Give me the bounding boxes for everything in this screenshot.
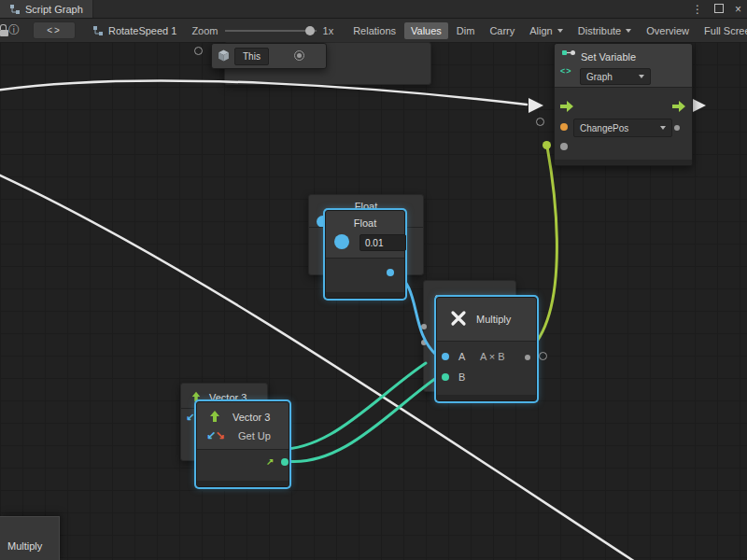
divider <box>197 449 289 450</box>
graph-name-label: RotateSpeed 1 <box>108 25 176 36</box>
graph-canvas[interactable]: This <> Set Variable Graph <box>0 42 747 560</box>
overview-label: Overview <box>646 25 689 36</box>
distribute-button[interactable]: Distribute <box>571 22 638 39</box>
cube-icon <box>218 49 230 62</box>
overview-button[interactable]: Overview <box>640 22 696 39</box>
float-node[interactable]: Float 0.01 <box>325 210 405 299</box>
this-node[interactable]: This <box>211 43 327 69</box>
dim-button[interactable]: Dim <box>450 22 482 39</box>
scope-dropdown[interactable]: Graph <box>580 68 651 85</box>
multiply-icon <box>450 310 467 327</box>
multiply-back-port[interactable] <box>421 324 427 329</box>
set-variable-title: Set Variable <box>581 51 636 63</box>
float-output-port[interactable] <box>387 269 394 276</box>
script-graph-window: Script Graph ⋮ × ⓘ <> RotateSpeed 1 Zoom <box>0 0 747 560</box>
set-variable-icon <box>561 49 576 63</box>
script-graph-icon <box>9 4 21 15</box>
tab-label: Script Graph <box>25 4 83 15</box>
chevron-down-icon <box>639 75 644 78</box>
float-value-field[interactable]: 0.01 <box>359 234 406 251</box>
lock-icon <box>0 30 8 36</box>
setvariable-value-wire-end[interactable] <box>543 141 551 149</box>
up-arrow-icon <box>208 410 221 423</box>
multiply-title: Multiply <box>476 314 511 325</box>
flow-in-arrow-icon[interactable] <box>559 100 574 113</box>
align-button[interactable]: Align <box>523 22 569 39</box>
corner-multiply-node[interactable]: Multiply <box>0 516 60 560</box>
maximize-square-icon <box>714 4 724 13</box>
vector-to-multiply-wire <box>286 376 439 462</box>
arrow-down-left-icon: ↙ <box>206 429 216 441</box>
multiply-result-label: A × B <box>480 351 505 362</box>
vector-to-multiply-wire-2 <box>273 363 426 449</box>
node-footer <box>326 292 404 298</box>
set-variable-node[interactable]: <> Set Variable Graph ChangePos <box>554 43 693 166</box>
getup-subtitle: Get Up <box>238 430 271 441</box>
lock-button[interactable] <box>0 19 8 42</box>
node-footer <box>555 160 692 165</box>
info-button[interactable]: ⓘ <box>8 19 20 42</box>
variable-out-port[interactable] <box>674 125 680 131</box>
graph-breadcrumb[interactable]: RotateSpeed 1 <box>92 25 176 36</box>
float-type-icon <box>334 234 349 249</box>
tab-script-graph[interactable]: Script Graph <box>0 0 93 18</box>
flow-arrow-out <box>691 98 706 113</box>
fullscreen-button[interactable]: Full Screen <box>698 22 747 39</box>
node-footer <box>197 481 289 486</box>
vector3-getup-node[interactable]: Vector 3 ↙ ↘ Get Up ↗ <box>196 401 289 487</box>
setvariable-unconnected-port[interactable] <box>536 118 544 126</box>
divider <box>437 341 536 342</box>
edit-graph-button[interactable]: <> <box>33 21 76 39</box>
variable-name-port[interactable] <box>560 123 568 131</box>
values-button[interactable]: Values <box>404 22 448 39</box>
divider <box>555 87 692 88</box>
this-input-port[interactable] <box>194 47 203 55</box>
relations-label: Relations <box>353 25 396 36</box>
zoom-slider[interactable] <box>225 30 317 32</box>
multiply-unconnected-output[interactable] <box>539 352 547 360</box>
divider <box>326 258 404 259</box>
value-in-port[interactable] <box>560 143 568 150</box>
node-footer <box>437 395 536 400</box>
menu-icon[interactable]: ⋮ <box>692 4 703 15</box>
scope-dropdown-value: Graph <box>586 72 613 82</box>
relations-button[interactable]: Relations <box>346 22 402 39</box>
values-label: Values <box>411 25 442 36</box>
titlebar-controls: ⋮ × <box>692 0 741 18</box>
close-icon[interactable]: × <box>735 4 741 15</box>
align-label: Align <box>529 25 552 36</box>
arrow-up-right-icon: ↗ <box>266 457 274 467</box>
diagonal-arrow-icon: ↙ <box>186 412 194 422</box>
dim-label: Dim <box>457 25 475 36</box>
distribute-label: Distribute <box>578 25 621 36</box>
chevron-down-icon <box>626 29 631 33</box>
code-icon: <> <box>47 25 62 35</box>
multiply-back-port[interactable] <box>421 340 427 345</box>
window-titlebar: Script Graph ⋮ × <box>0 0 747 19</box>
float-title: Float <box>326 217 404 229</box>
multiply-input-b-port[interactable] <box>442 373 449 381</box>
multiply-input-a-port[interactable] <box>442 353 449 360</box>
variable-dropdown[interactable]: ChangePos <box>573 119 672 137</box>
flow-arrow-in <box>529 98 543 113</box>
multiply-input-b-label: B <box>458 371 465 383</box>
info-icon: ⓘ <box>8 22 20 38</box>
chevron-down-icon <box>660 126 666 130</box>
maximize-icon[interactable] <box>714 4 724 15</box>
carry-label: Carry <box>489 25 514 36</box>
flow-out-arrow-icon[interactable] <box>671 100 686 113</box>
multiply-node[interactable]: Multiply A A × B B <box>436 297 537 401</box>
zoom-slider-knob[interactable] <box>305 26 315 35</box>
corner-multiply-title: Multiply <box>7 540 42 552</box>
this-label: This <box>243 51 261 62</box>
carry-button[interactable]: Carry <box>483 22 521 39</box>
code-icon: <> <box>560 67 572 76</box>
chevron-down-icon <box>557 29 563 33</box>
multiply-output-port[interactable] <box>525 355 530 360</box>
vector3-output-port[interactable] <box>281 458 289 466</box>
graph-asset-icon <box>92 25 104 36</box>
this-label-box: This <box>234 48 269 65</box>
zoom-control: Zoom 1x <box>191 25 333 36</box>
zoom-label: Zoom <box>191 25 218 36</box>
target-port-icon[interactable] <box>294 50 304 61</box>
